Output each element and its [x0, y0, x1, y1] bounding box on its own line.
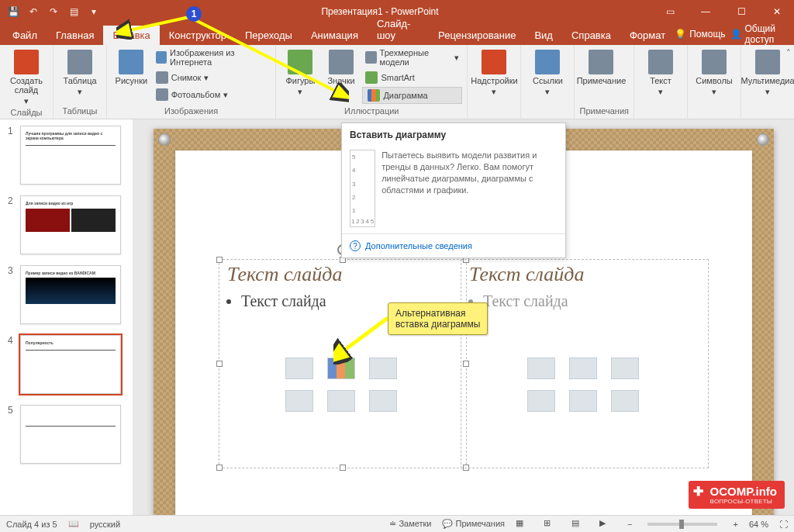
- notes-label: Заметки: [399, 519, 431, 528]
- spellcheck-icon[interactable]: 📖: [68, 519, 79, 529]
- minimize-icon[interactable]: —: [689, 0, 723, 23]
- slide-thumbnails-panel[interactable]: 1Лучшие программы для записи видео с экр…: [0, 119, 133, 515]
- tab-slideshow[interactable]: Слайд-шоу: [368, 14, 429, 45]
- tooltip-description: Пытаетесь выявить модели развития и трен…: [381, 150, 558, 227]
- tell-me-button[interactable]: 💡 Помощь: [675, 29, 725, 40]
- addins-button[interactable]: Надстройки ▾: [472, 47, 516, 97]
- chart-icon: [368, 89, 380, 102]
- normal-view-icon[interactable]: ▦: [516, 518, 533, 530]
- tooltip-more-link[interactable]: ?Дополнительные сведения: [350, 240, 558, 251]
- insert-video-icon[interactable]: [369, 390, 397, 412]
- insert-picture-icon[interactable]: [285, 390, 313, 412]
- tab-review[interactable]: Рецензирование: [429, 26, 525, 45]
- tab-format[interactable]: Формат: [620, 26, 675, 45]
- 3d-models-label: Трехмерные модели: [380, 48, 452, 67]
- maximize-icon[interactable]: ☐: [724, 0, 758, 23]
- group-media-label: [746, 105, 789, 117]
- window-controls: ▭ — ☐ ✕: [653, 0, 794, 23]
- thumbnail-3[interactable]: Пример записи видео из BANDICAM: [20, 265, 121, 324]
- insert-video-icon[interactable]: [611, 390, 639, 412]
- chart-button[interactable]: Диаграмма: [362, 87, 462, 104]
- content-placeholder-left[interactable]: Текст слайда Текст слайда: [219, 259, 467, 468]
- group-illustrations-label: Иллюстрации: [281, 105, 462, 117]
- insert-online-picture-icon[interactable]: [327, 390, 355, 412]
- reading-view-icon[interactable]: ▤: [571, 518, 589, 530]
- insert-table-icon[interactable]: [285, 358, 313, 379]
- smartart-label: SmartArt: [381, 73, 414, 82]
- zoom-percent[interactable]: 64 %: [749, 520, 768, 529]
- close-icon[interactable]: ✕: [760, 0, 794, 23]
- pictures-label: Рисунки: [116, 76, 148, 85]
- insert-picture-icon[interactable]: [527, 390, 555, 412]
- text-button[interactable]: Текст ▾: [639, 47, 682, 97]
- zoom-slider[interactable]: [647, 523, 717, 526]
- tab-help[interactable]: Справка: [562, 26, 620, 45]
- callout-line1: Альтернативная: [395, 308, 465, 319]
- online-pictures-button[interactable]: Изображения из Интернета: [153, 47, 271, 68]
- thumbnail-2[interactable]: Для записи видео из игр: [20, 195, 121, 254]
- new-slide-label: Создать слайд: [5, 76, 48, 95]
- icons-icon: [329, 50, 354, 74]
- fit-window-icon[interactable]: ⛶: [779, 520, 788, 529]
- tab-file[interactable]: Файл: [3, 26, 47, 45]
- tab-view[interactable]: Вид: [525, 26, 562, 45]
- media-button[interactable]: Мультимедиа ▾: [746, 47, 789, 97]
- screenshot-button[interactable]: Снимок ▾: [153, 70, 271, 85]
- thumb-number: 5: [8, 405, 16, 416]
- comment-button[interactable]: Примечание: [579, 47, 623, 85]
- content-placeholder-right[interactable]: Текст слайда Текст слайда: [461, 259, 709, 468]
- tab-home[interactable]: Главная: [47, 26, 103, 45]
- zoom-out-icon[interactable]: −: [627, 520, 632, 529]
- chart-label: Диаграмма: [383, 91, 427, 100]
- shapes-label: Фигуры: [285, 76, 315, 85]
- addins-icon: [482, 50, 506, 74]
- smartart-button[interactable]: SmartArt: [362, 70, 462, 85]
- new-slide-button[interactable]: Создать слайд ▾: [5, 47, 48, 106]
- links-label: Ссылки: [533, 76, 563, 85]
- group-images-label: Изображения: [112, 105, 271, 117]
- table-button[interactable]: Таблица ▾: [58, 47, 102, 97]
- table-label: Таблица: [63, 76, 96, 85]
- thumbnail-4[interactable]: Популярность: [20, 335, 121, 394]
- addins-label: Надстройки: [471, 76, 517, 85]
- thumbnail-1[interactable]: Лучшие программы для записи видео с экра…: [20, 126, 121, 185]
- insert-smartart-icon[interactable]: [369, 358, 397, 379]
- zoom-in-icon[interactable]: +: [733, 520, 737, 529]
- chart-tooltip-popover: Вставить диаграмму 54321 12345 Пытаетесь…: [341, 123, 566, 258]
- more-qat-icon[interactable]: ▾: [85, 3, 102, 20]
- insert-table-icon[interactable]: [527, 358, 555, 379]
- insert-chart-icon[interactable]: [327, 358, 355, 379]
- tab-transitions[interactable]: Переходы: [236, 26, 302, 45]
- pictures-button[interactable]: Рисунки: [112, 47, 151, 85]
- insert-chart-icon[interactable]: [569, 358, 597, 379]
- status-language[interactable]: русский: [90, 520, 120, 529]
- icons-button[interactable]: Значки: [322, 47, 361, 85]
- placeholder-heading: Текст слайда: [461, 260, 708, 289]
- sorter-view-icon[interactable]: ⊞: [544, 518, 561, 530]
- tab-animation[interactable]: Анимация: [302, 26, 368, 45]
- share-button[interactable]: 👤 Общий доступ: [730, 23, 783, 45]
- redo-icon[interactable]: ↷: [45, 3, 62, 20]
- callout-line2: вставка диаграммы: [395, 319, 480, 330]
- insert-smartart-icon[interactable]: [611, 358, 639, 379]
- collapse-ribbon-icon[interactable]: ˄: [786, 48, 791, 58]
- links-button[interactable]: Ссылки ▾: [526, 47, 569, 97]
- save-icon[interactable]: 💾: [5, 3, 22, 20]
- group-addins: Надстройки ▾: [468, 45, 521, 119]
- photo-album-button[interactable]: Фотоальбом ▾: [153, 87, 271, 102]
- comments-button[interactable]: 💬 Примечания: [442, 519, 505, 529]
- thumbnail-5[interactable]: [20, 405, 121, 464]
- ribbon-options-icon[interactable]: ▭: [653, 0, 687, 23]
- symbols-button[interactable]: Символы ▾: [692, 47, 736, 97]
- shapes-button[interactable]: Фигуры ▾: [281, 47, 320, 97]
- slideshow-view-icon[interactable]: ▶: [599, 518, 616, 530]
- corner-pin-icon: [158, 133, 171, 146]
- insert-online-picture-icon[interactable]: [569, 390, 597, 412]
- slideshow-icon[interactable]: ▤: [65, 3, 82, 20]
- notes-button[interactable]: ≐ Заметки: [389, 519, 431, 529]
- comment-icon: [589, 50, 613, 74]
- tab-insert[interactable]: Вставка: [103, 26, 159, 45]
- tab-design[interactable]: Конструктор: [160, 26, 236, 45]
- 3d-models-button[interactable]: Трехмерные модели ▾: [362, 47, 462, 68]
- undo-icon[interactable]: ↶: [25, 3, 42, 20]
